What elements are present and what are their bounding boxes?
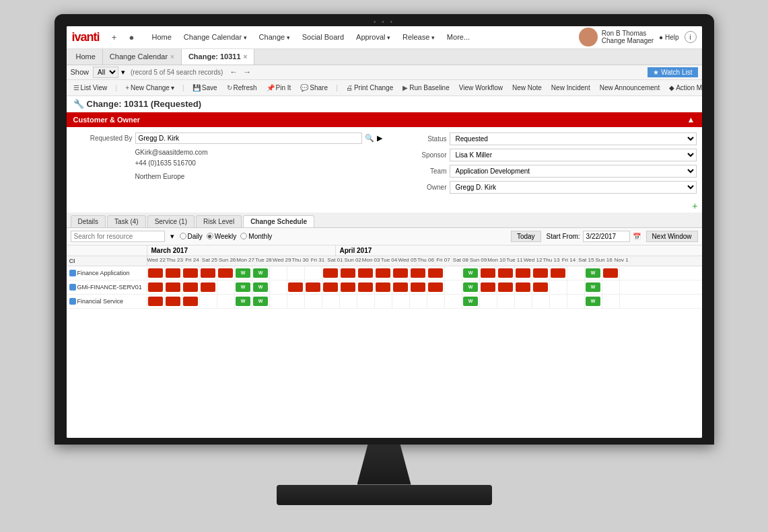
cell-block-red[interactable]: [358, 268, 373, 278]
nav-home[interactable]: Home: [147, 30, 177, 44]
new-change-button[interactable]: + New Change ▾: [123, 83, 177, 92]
save-button[interactable]: 💾 Save: [190, 83, 220, 92]
nav-change-calendar[interactable]: Change Calendar: [178, 30, 252, 44]
next-window-button[interactable]: Next Window: [646, 231, 698, 242]
new-announcement-button[interactable]: New Announcement: [597, 83, 663, 92]
help-button[interactable]: ● Help: [659, 34, 678, 41]
info-button[interactable]: i: [685, 31, 697, 43]
cell-block-green[interactable]: W: [586, 297, 600, 306]
start-from-date[interactable]: [583, 231, 630, 242]
view-workflow-button[interactable]: View Workflow: [456, 83, 505, 92]
cell-block-red[interactable]: [306, 282, 320, 292]
action-menu-button[interactable]: ◆ Action Menu ▾: [666, 83, 701, 92]
requested-by-input[interactable]: [135, 132, 362, 144]
nav-approval[interactable]: Approval: [351, 30, 396, 44]
pin-it-button[interactable]: 📌 Pin It: [264, 83, 294, 92]
cell-block-red[interactable]: [166, 297, 180, 306]
cell-block-red[interactable]: [428, 282, 443, 292]
cell-block-red[interactable]: [481, 268, 495, 278]
list-view-button[interactable]: ☰ List View: [71, 83, 110, 92]
new-note-button[interactable]: New Note: [510, 83, 545, 92]
cell-block-red[interactable]: [288, 282, 303, 292]
cell-block-red[interactable]: [603, 268, 618, 278]
cell-block-red[interactable]: [358, 282, 373, 292]
cell-block-red[interactable]: [341, 282, 355, 292]
tab-change-calendar[interactable]: Change Calendar ×: [103, 49, 182, 65]
cell-block-green[interactable]: W: [236, 282, 250, 292]
cell-block-red[interactable]: [148, 268, 163, 278]
cell-block-green[interactable]: W: [463, 268, 478, 278]
run-baseline-button[interactable]: ▶ Run Baseline: [400, 83, 452, 92]
cell-block-green[interactable]: W: [586, 268, 600, 278]
cell-block-red[interactable]: [201, 268, 215, 278]
tab-details[interactable]: Details: [71, 215, 106, 227]
refresh-button[interactable]: ↻ Refresh: [224, 83, 260, 92]
cell-block-green[interactable]: W: [463, 297, 478, 306]
tab-risk-level[interactable]: Risk Level: [196, 215, 242, 227]
daily-radio[interactable]: [180, 233, 186, 239]
tab-task[interactable]: Task (4): [107, 215, 146, 227]
nav-change[interactable]: Change: [254, 30, 295, 44]
cell-block-red[interactable]: [148, 297, 163, 306]
cell-block-red[interactable]: [341, 268, 355, 278]
new-incident-button[interactable]: New Incident: [549, 83, 593, 92]
cell-block-red[interactable]: [166, 268, 180, 278]
show-select[interactable]: All: [93, 67, 118, 78]
cell-block-green[interactable]: W: [463, 282, 478, 292]
cell-block-green[interactable]: W: [236, 268, 250, 278]
cell-block-red[interactable]: [516, 268, 530, 278]
resource-search-input[interactable]: [71, 231, 165, 242]
team-select[interactable]: Application Development: [450, 165, 697, 178]
cell-block-red[interactable]: [376, 268, 390, 278]
cell-block-red[interactable]: [166, 282, 180, 292]
section-toggle[interactable]: ▲: [687, 115, 695, 124]
watch-list-button[interactable]: ★ Watch List: [648, 67, 697, 77]
nav-release[interactable]: Release: [397, 30, 440, 44]
cell-block-red[interactable]: [183, 268, 198, 278]
nav-more[interactable]: More...: [442, 30, 475, 44]
cell-block-green[interactable]: W: [253, 268, 268, 278]
cell-block-red[interactable]: [148, 282, 163, 292]
owner-select[interactable]: Gregg D. Kirk: [450, 181, 697, 194]
view-daily[interactable]: Daily: [180, 233, 203, 240]
cell-block-red[interactable]: [516, 282, 530, 292]
cell-block-red[interactable]: [411, 268, 425, 278]
cell-block-red[interactable]: [218, 268, 233, 278]
cell-block-red[interactable]: [201, 282, 215, 292]
tab-service[interactable]: Service (1): [147, 215, 195, 227]
cell-block-red[interactable]: [481, 282, 495, 292]
cell-block-red[interactable]: [533, 268, 548, 278]
add-resource-button[interactable]: +: [67, 199, 702, 213]
cell-block-red[interactable]: [393, 282, 408, 292]
tab-change-schedule[interactable]: Change Schedule: [243, 215, 314, 227]
nav-social-board[interactable]: Social Board: [297, 30, 349, 44]
cell-block-red[interactable]: [428, 268, 443, 278]
sponsor-select[interactable]: Lisa K Miller: [450, 149, 697, 161]
today-button[interactable]: Today: [511, 231, 541, 242]
cell-block-red[interactable]: [533, 282, 548, 292]
cell-block-red[interactable]: [323, 282, 338, 292]
cell-block-green[interactable]: W: [253, 297, 268, 306]
tab-close-change-10311[interactable]: ×: [244, 53, 248, 61]
view-weekly[interactable]: Weekly: [207, 233, 237, 240]
cell-block-red[interactable]: [183, 282, 198, 292]
tab-change-10311[interactable]: Change: 10311 ×: [182, 49, 255, 65]
calendar-icon[interactable]: 📅: [633, 233, 641, 240]
cell-block-red[interactable]: [323, 268, 338, 278]
cell-block-red[interactable]: [498, 268, 513, 278]
cell-block-red[interactable]: [411, 282, 425, 292]
tab-close-change-calendar[interactable]: ×: [170, 53, 174, 61]
cell-block-green[interactable]: W: [236, 297, 250, 306]
tab-home[interactable]: Home: [69, 49, 103, 65]
add-button[interactable]: +: [108, 30, 121, 44]
search-by-icon[interactable]: 🔍: [365, 134, 374, 143]
share-button[interactable]: 💬 Share: [298, 83, 330, 92]
cell-block-red[interactable]: [498, 282, 513, 292]
weekly-radio[interactable]: [207, 233, 213, 239]
cell-block-green[interactable]: W: [586, 282, 600, 292]
next-record-button[interactable]: →: [242, 67, 252, 77]
prev-record-button[interactable]: ←: [228, 67, 239, 77]
cell-block-red[interactable]: [393, 268, 408, 278]
cell-block-red[interactable]: [376, 282, 390, 292]
cell-block-green[interactable]: W: [253, 282, 268, 292]
